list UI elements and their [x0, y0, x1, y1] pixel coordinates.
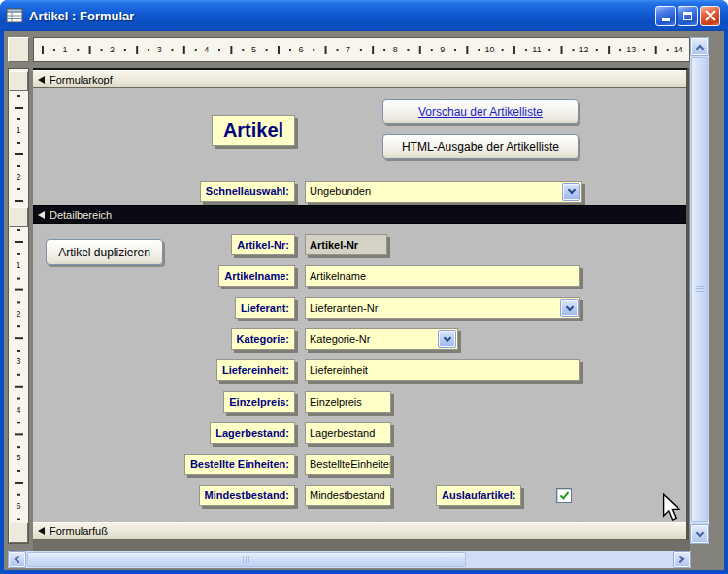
- ruler-number: 2: [15, 309, 21, 319]
- ruler-number: 10: [483, 45, 495, 54]
- section-arrow-icon: [38, 76, 45, 84]
- ruler-number: 1: [61, 45, 68, 54]
- scroll-left-button[interactable]: [8, 551, 26, 568]
- thumb-grip: [243, 556, 250, 563]
- maximize-icon: [683, 12, 692, 20]
- vertical-ruler-header-ticks: 12: [9, 92, 28, 205]
- ruler-number: 2: [109, 45, 116, 54]
- chevron-left-icon: [15, 556, 22, 563]
- lagerbestand-field[interactable]: Lagerbestand: [305, 422, 391, 444]
- section-arrow-icon: [38, 527, 45, 535]
- scroll-up-button[interactable]: [690, 37, 709, 56]
- einzelpreis-label[interactable]: Einzelpreis:: [223, 391, 295, 413]
- ruler-number: 13: [625, 45, 637, 54]
- section-footer-label: Formularfuß: [50, 525, 108, 537]
- chevron-right-icon: [677, 556, 684, 563]
- ruler-number: 4: [15, 405, 21, 415]
- horizontal-ruler: 1234567891011121314: [33, 37, 690, 62]
- liefereinheit-field[interactable]: Liefereinheit: [305, 359, 580, 381]
- artikel-nr-field[interactable]: Artikel-Nr: [305, 234, 387, 255]
- combo-value: Lieferanten-Nr: [310, 302, 378, 314]
- ruler-number: 2: [15, 172, 21, 182]
- ruler-number: 3: [156, 45, 163, 54]
- maximize-button[interactable]: [678, 6, 698, 26]
- liefereinheit-label[interactable]: Liefereinheit:: [216, 359, 295, 381]
- titlebar: Artikel : Formular: [0, 0, 728, 31]
- ruler-number: 9: [439, 45, 446, 54]
- artikelname-label[interactable]: Artikelname:: [218, 265, 295, 287]
- minimize-icon: [662, 18, 670, 21]
- designer-client-area: 1234567891011121314 12 123456 Formularko…: [4, 31, 724, 570]
- ruler-number: 5: [15, 453, 21, 462]
- section-bar-formularkopf[interactable]: Formularkopf: [33, 70, 686, 88]
- form-detail-body: Artikel duplizieren Artikel-Nr: Artikel-…: [33, 224, 686, 522]
- section-header-label: Formularkopf: [50, 74, 113, 85]
- section-bar-detailbereich[interactable]: Detailbereich: [33, 205, 686, 224]
- horizontal-scrollbar[interactable]: [8, 551, 691, 568]
- combo-value: Ungebunden: [310, 186, 371, 197]
- dropdown-button[interactable]: [438, 330, 456, 348]
- section-selector-footer[interactable]: [9, 523, 28, 543]
- kategorie-label[interactable]: Kategorie:: [231, 328, 295, 350]
- close-icon: [705, 10, 716, 21]
- window-controls: [655, 6, 720, 26]
- ruler-origin-box[interactable]: [8, 37, 29, 62]
- lieferant-label[interactable]: Lieferant:: [235, 297, 295, 319]
- ruler-number: 12: [579, 45, 590, 54]
- html-ausgabe-button[interactable]: HTML-Ausgabe der Artikelliste: [382, 134, 579, 159]
- form-header-body: Artikel Vorschau der Artikelliste HTML-A…: [33, 88, 686, 205]
- access-form-window: Artikel : Formular 1234567891011121314 1…: [0, 0, 728, 574]
- section-bar-formularfuss[interactable]: Formularfuß: [33, 522, 686, 540]
- artikel-duplizieren-button[interactable]: Artikel duplizieren: [46, 239, 163, 265]
- ruler-number: 8: [392, 45, 399, 54]
- close-button[interactable]: [700, 6, 720, 26]
- lagerbestand-label[interactable]: Lagerbestand:: [210, 422, 295, 444]
- artikel-nr-label[interactable]: Artikel-Nr:: [231, 234, 295, 255]
- lieferant-combo[interactable]: Lieferanten-Nr: [305, 297, 580, 319]
- chevron-down-icon: [565, 302, 573, 310]
- horizontal-scroll-thumb[interactable]: [27, 552, 466, 567]
- window-title: Artikel : Formular: [29, 9, 134, 23]
- chevron-up-icon: [695, 44, 703, 51]
- ruler-number: 4: [203, 45, 210, 54]
- kategorie-combo[interactable]: Kategorie-Nr: [305, 328, 458, 350]
- checkmark-icon: [559, 490, 569, 499]
- dropdown-button[interactable]: [560, 299, 579, 317]
- minimize-button[interactable]: [655, 6, 676, 26]
- artikelname-field[interactable]: Artikelname: [305, 265, 580, 287]
- artikel-title-label[interactable]: Artikel: [212, 115, 295, 146]
- ruler-number: 6: [15, 501, 21, 511]
- ruler-number: 1: [15, 125, 21, 135]
- combo-value: Kategorie-Nr: [310, 333, 370, 345]
- schnellauswahl-label[interactable]: Schnellauswahl:: [200, 181, 295, 202]
- auslaufartikel-label[interactable]: Auslaufartikel:: [436, 485, 521, 506]
- form-design-surface: Formularkopf Artikel Vorschau der Artike…: [33, 68, 689, 540]
- ruler-number: 5: [250, 45, 257, 54]
- ruler-number: 6: [297, 45, 304, 54]
- ruler-number: 7: [345, 45, 351, 54]
- vertical-ruler: 12 123456: [8, 68, 29, 544]
- section-selector-header[interactable]: [9, 71, 28, 91]
- vertical-scrollbar[interactable]: [690, 37, 709, 544]
- section-selector-detail[interactable]: [9, 207, 28, 227]
- schnellauswahl-combo[interactable]: Ungebunden: [305, 181, 582, 203]
- ruler-number: 3: [15, 356, 21, 366]
- preview-artikelliste-button[interactable]: Vorschau der Artikelliste: [382, 99, 579, 124]
- auslaufartikel-checkbox[interactable]: [556, 488, 572, 503]
- scroll-down-button[interactable]: [690, 524, 709, 544]
- ruler-number: 11: [531, 45, 542, 54]
- dropdown-button[interactable]: [562, 183, 580, 201]
- scroll-right-button[interactable]: [673, 551, 691, 568]
- chevron-down-icon: [695, 528, 703, 536]
- chevron-down-icon: [443, 333, 450, 341]
- surface-bottom-edge: [33, 540, 690, 551]
- vertical-scroll-thumb[interactable]: [691, 57, 708, 522]
- chevron-down-icon: [567, 186, 575, 194]
- mindestbestand-field[interactable]: Mindestbestand: [305, 485, 391, 506]
- bestellte-einheiten-label[interactable]: Bestellte Einheiten:: [184, 454, 295, 475]
- mindestbestand-label[interactable]: Mindestbestand:: [199, 485, 295, 506]
- screenshot-stage: Artikel : Formular 1234567891011121314 1…: [0, 0, 728, 574]
- ruler-number: 1: [15, 260, 21, 270]
- bestellte-einheiten-field[interactable]: BestellteEinheiten: [305, 454, 391, 475]
- einzelpreis-field[interactable]: Einzelpreis: [305, 391, 391, 413]
